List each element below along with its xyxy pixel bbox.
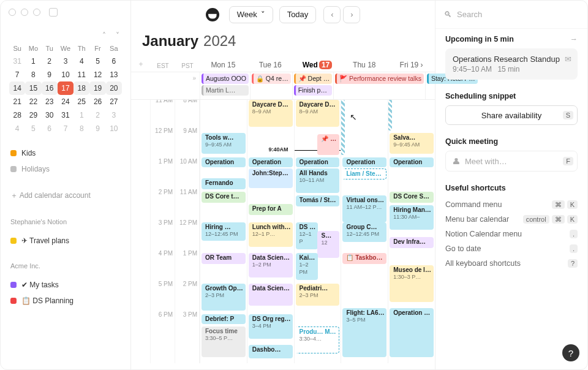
mini-cal-day[interactable]: 9 — [89, 122, 105, 135]
mini-cal-day[interactable]: 31 — [9, 55, 25, 68]
calendar-event[interactable]: Daycare Dropoff8–9 AM — [249, 100, 293, 127]
allday-event[interactable]: Finish p… — [294, 85, 333, 96]
calendar-event[interactable]: DS Core S… — [390, 192, 434, 203]
calendar-event[interactable]: 📋 Taskbo… — [342, 253, 386, 264]
calendar-event[interactable]: DS Qua…12–1 P — [296, 222, 318, 249]
calendar-event[interactable]: Operation — [296, 157, 340, 167]
calendar-event[interactable]: Dev Infra… — [390, 237, 434, 248]
mini-cal-day[interactable]: 18 — [74, 81, 89, 95]
prev-week[interactable]: ‹ — [323, 6, 341, 23]
mini-cal-day[interactable]: 29 — [25, 108, 41, 122]
shortcut-row[interactable]: Go to date. — [445, 241, 578, 256]
calendar-event[interactable]: OR Team — [202, 253, 246, 264]
allday-event[interactable]: 📌 Dept … — [294, 74, 333, 84]
mini-cal-day[interactable]: 7 — [58, 122, 74, 135]
calendar-event[interactable]: Tomás / St… — [296, 195, 340, 206]
arrow-right-icon[interactable]: → — [570, 35, 578, 43]
day-wed[interactable]: Wed17 — [294, 61, 341, 69]
calendar-event[interactable]: 📌 P… — [317, 134, 339, 155]
mini-cal-day[interactable]: 30 — [42, 108, 58, 122]
mini-cal-day[interactable]: 16 — [42, 81, 58, 95]
mini-cal-day[interactable]: 22 — [25, 95, 41, 108]
add-calendar-account[interactable]: ＋ Add calendar account — [9, 187, 122, 205]
mini-cal-day[interactable]: 3 — [58, 55, 74, 68]
mini-cal-day[interactable]: 4 — [9, 122, 25, 135]
mini-cal-day[interactable]: 9 — [42, 68, 58, 81]
mini-cal-day[interactable]: 8 — [25, 68, 41, 81]
mini-cal-day[interactable]: 7 — [9, 68, 25, 81]
shortcut-row[interactable]: Command menu⌘K — [445, 197, 578, 212]
calendar-event[interactable]: Liam / Ste… — [342, 168, 386, 179]
calendar-event[interactable]: Operation — [202, 157, 246, 167]
mini-cal-day[interactable]: 4 — [74, 55, 89, 68]
mini-cal-day[interactable]: 28 — [9, 108, 25, 122]
calendar-event[interactable]: Hiring Manage…11:30 AM– — [390, 205, 434, 230]
day-fri[interactable]: Fri 19 › — [388, 61, 435, 69]
calendar-event[interactable]: Operation — [342, 157, 386, 167]
help-button[interactable]: ? — [562, 344, 579, 361]
shortcut-row[interactable]: Menu bar calendarcontrol⌘K — [445, 212, 578, 227]
meet-with-input[interactable]: 👤︎ Meet with… F — [445, 151, 578, 172]
mini-cal-day[interactable]: 1 — [25, 55, 41, 68]
allday-collapse-icon[interactable]: » — [192, 75, 196, 81]
calendar-event[interactable]: Daycare Dropoff8–9 AM — [296, 100, 340, 127]
mini-cal-day[interactable]: 10 — [58, 68, 74, 81]
time-grid[interactable]: 11 AM12 PM1 PM2 PM3 PM4 PM5 PM6 PM 8 AM9… — [131, 100, 435, 363]
mini-cal-day[interactable]: 15 — [25, 81, 41, 95]
avatar[interactable] — [206, 8, 219, 21]
calendar-item[interactable]: ✈ Travel plans — [9, 233, 122, 249]
mini-cal-day[interactable]: 25 — [74, 95, 89, 108]
mini-cal-day[interactable]: 2 — [89, 108, 105, 122]
calendar-event[interactable]: Lunch with …12–1 P… — [249, 222, 293, 247]
traffic-light-max[interactable] — [33, 9, 40, 16]
calendar-event[interactable]: Virtual onsite …11 AM–12 P… — [342, 195, 386, 222]
mini-cal-day[interactable]: 6 — [106, 55, 122, 68]
sidebar-toggle-icon[interactable] — [49, 8, 58, 17]
mini-cal-day[interactable]: 17 — [58, 81, 74, 95]
add-tz-button[interactable]: ＋ — [131, 59, 151, 69]
calendar-event[interactable]: Pediatri…2–3 PM — [296, 284, 340, 306]
mini-cal-day[interactable]: 12 — [89, 68, 105, 81]
mini-cal-day[interactable]: 10 — [106, 122, 122, 135]
mini-cal-day[interactable]: 5 — [89, 55, 105, 68]
today-button[interactable]: Today — [279, 6, 317, 23]
calendar-event[interactable]: Museo de la Memoria…1:30–3 P… — [390, 265, 434, 302]
calendar-item[interactable]: ✔ My tasks — [9, 277, 122, 293]
calendar-event[interactable]: DS Core t… — [202, 192, 246, 203]
traffic-light-close[interactable] — [9, 9, 16, 16]
mini-cal-day[interactable]: 23 — [42, 95, 58, 108]
calendar-event[interactable]: Operation — [390, 157, 434, 167]
calendar-event[interactable]: Kai / Steph…1–2 PM — [296, 253, 318, 280]
traffic-light-min[interactable] — [21, 9, 28, 16]
mini-cal-day[interactable]: 26 — [89, 95, 105, 108]
mini-cal-day[interactable]: 20 — [106, 81, 122, 95]
mini-cal-day[interactable]: 6 — [42, 122, 58, 135]
search-bar[interactable]: 🔍︎ Search — [435, 1, 587, 29]
calendar-event[interactable]: S…12 — [317, 231, 339, 258]
mini-cal-prev[interactable]: ˄ — [100, 30, 108, 41]
day-tue[interactable]: Tue 16 — [247, 61, 294, 69]
calendar-event[interactable]: Operation — [249, 157, 293, 167]
calendar-event[interactable]: Fernando — [202, 178, 246, 189]
calendar-event[interactable]: Data Scienc… — [249, 284, 293, 306]
calendar-item[interactable]: 📋 DS Planning — [9, 293, 122, 309]
day-mon[interactable]: Mon 15 — [200, 61, 247, 69]
calendar-event[interactable]: DS Org regroup3–4 PM — [249, 314, 293, 339]
calendar-item[interactable]: Holidays — [9, 161, 122, 177]
share-availability-button[interactable]: Share availabilityS — [445, 105, 578, 125]
allday-event[interactable]: 🔒 Q4 re… — [252, 74, 291, 84]
calendar-event[interactable]: Flight: LA603 LAX→SCL3–5 PM — [342, 308, 386, 357]
mini-cal-day[interactable]: 14 — [9, 81, 25, 95]
calendar-event[interactable]: Operation 2024 Sprint Planning — [390, 308, 434, 357]
calendar-event[interactable]: Data Scienc…1–2 PM — [249, 253, 293, 278]
shortcut-row[interactable]: Notion Calendar menu. — [445, 227, 578, 241]
calendar-event[interactable]: Hiring …12–12:45 PM — [202, 222, 246, 241]
allday-event[interactable]: Augusto OOO — [202, 74, 249, 84]
calendar-event[interactable]: Tools w…9–9:45 AM — [202, 133, 246, 154]
calendar-event[interactable]: Debrief: P — [202, 314, 246, 324]
next-week[interactable]: › — [343, 6, 360, 23]
calendar-event[interactable]: Dashbo… — [249, 345, 293, 358]
upcoming-card[interactable]: ✉︎ Operations Research Standup 9:45–10 A… — [445, 48, 578, 80]
calendar-event[interactable]: Prep for A — [249, 204, 293, 215]
mini-cal-next[interactable]: ˅ — [113, 30, 122, 41]
